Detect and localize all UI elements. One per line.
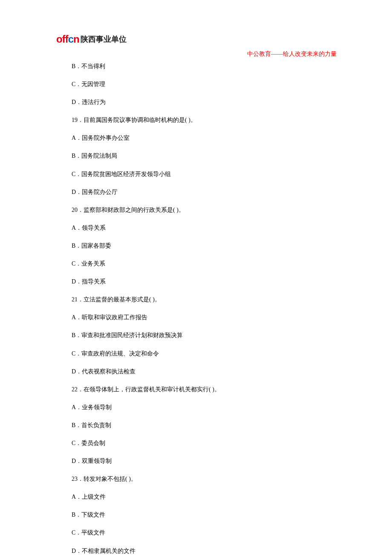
text-line: 21．立法监督的最基本形式是( )。 bbox=[72, 295, 337, 304]
text-line: B．国家各部委 bbox=[72, 242, 337, 250]
text-line: B．审查和批准国民经济计划和财政预决算 bbox=[72, 331, 337, 340]
text-line: D．不相隶属机关的文件 bbox=[72, 547, 337, 555]
text-line: D．违法行为 bbox=[72, 98, 337, 107]
brand-name-cn: 陕西事业单位 bbox=[81, 34, 127, 44]
text-line: 19．目前属国务院议事协调和临时机构的是( )。 bbox=[72, 116, 337, 124]
document-body: B．不当得利 C．无因管理 D．违法行为 19．目前属国务院议事协调和临时机构的… bbox=[72, 62, 337, 555]
text-line: D．双重领导制 bbox=[72, 457, 337, 465]
text-line: B．不当得利 bbox=[72, 62, 337, 71]
text-line: D．代表视察和执法检查 bbox=[72, 367, 337, 376]
brand-logo: offcn bbox=[56, 33, 79, 45]
text-line: 23．转发对象不包括( )。 bbox=[72, 475, 337, 483]
text-line: A．上级文件 bbox=[72, 493, 337, 501]
text-line: D．国务院办公厅 bbox=[72, 188, 337, 197]
text-line: C．委员会制 bbox=[72, 439, 337, 448]
text-line: C．国务院贫困地区经济开发领导小组 bbox=[72, 170, 337, 179]
text-line: C．审查政府的法规、决定和命令 bbox=[72, 350, 337, 358]
text-line: A．国务院外事办公室 bbox=[72, 134, 337, 142]
tagline-text: 中公教育——给人改变未来的力量 bbox=[247, 50, 337, 58]
text-line: 20．监察部和财政部之间的行政关系是( )。 bbox=[72, 206, 337, 214]
text-line: C．平级文件 bbox=[72, 529, 337, 537]
logo-part-off: off bbox=[56, 33, 68, 45]
text-line: B．下级文件 bbox=[72, 511, 337, 519]
text-line: 22．在领导体制上，行政监督机关和审计机关都实行( )。 bbox=[72, 385, 337, 394]
logo-part-n: n bbox=[73, 33, 79, 45]
page-header: offcn 陕西事业单位 bbox=[56, 33, 127, 45]
text-line: A．领导关系 bbox=[72, 224, 337, 232]
text-line: C．业务关系 bbox=[72, 260, 337, 268]
text-line: D．指导关系 bbox=[72, 278, 337, 286]
logo-part-c: c bbox=[68, 33, 73, 45]
text-line: C．无因管理 bbox=[72, 80, 337, 89]
text-line: B．首长负责制 bbox=[72, 421, 337, 430]
text-line: B．国务院法制局 bbox=[72, 152, 337, 160]
text-line: A．业务领导制 bbox=[72, 403, 337, 412]
text-line: A．听取和审议政府工作报告 bbox=[72, 313, 337, 322]
